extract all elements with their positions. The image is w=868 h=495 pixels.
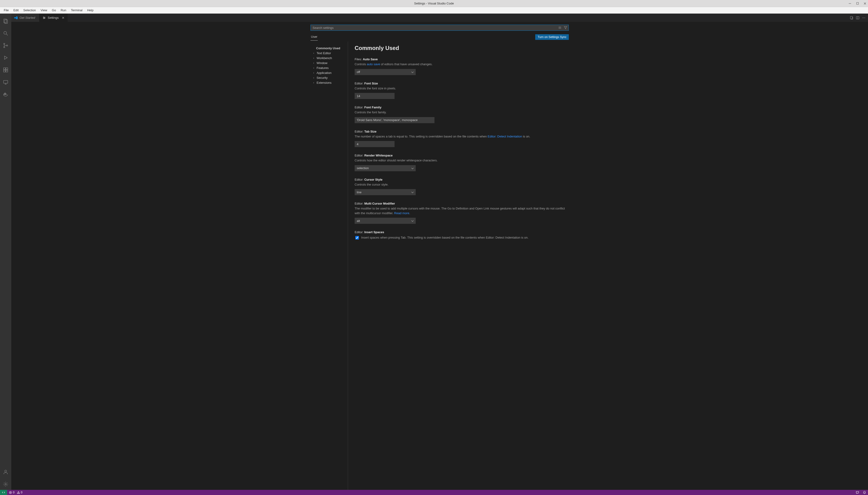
menu-selection[interactable]: Selection <box>21 8 38 13</box>
window-titlebar: Settings - Visual Studio Code <box>0 0 868 7</box>
remote-explorer-icon[interactable] <box>0 76 11 88</box>
input-font-size[interactable] <box>355 93 395 99</box>
menu-terminal[interactable]: Terminal <box>69 8 85 13</box>
svg-point-28 <box>44 17 44 17</box>
setting-editor-insert-spaces: Editor: Insert Spaces Insert spaces when… <box>355 228 567 244</box>
svg-rect-14 <box>3 70 5 72</box>
chevron-right-icon: › <box>313 62 316 64</box>
editor-tabs: Get Started Settings ✕ <box>11 14 868 22</box>
svg-point-35 <box>864 17 864 18</box>
toc-window[interactable]: ›Window <box>313 61 346 66</box>
feedback-icon[interactable] <box>854 491 861 494</box>
input-font-family[interactable] <box>355 117 435 123</box>
setting-editor-tab-size: Editor: Tab Size The number of spaces a … <box>355 127 567 152</box>
select-cursor-style[interactable]: line <box>355 189 416 195</box>
toc-features[interactable]: ›Features <box>313 66 346 70</box>
toc-text-editor[interactable]: ›Text Editor <box>313 51 346 56</box>
scope-tab-user[interactable]: User <box>310 34 318 40</box>
search-icon[interactable] <box>0 28 11 39</box>
svg-point-10 <box>6 45 8 46</box>
svg-rect-19 <box>4 94 4 95</box>
svg-rect-20 <box>5 94 5 95</box>
settings-file-icon <box>42 16 46 20</box>
menu-view[interactable]: View <box>38 8 50 13</box>
toc-commonly-used[interactable]: Commonly Used <box>313 46 346 51</box>
menu-go[interactable]: Go <box>50 8 58 13</box>
clear-search-icon[interactable] <box>558 26 562 30</box>
svg-rect-15 <box>6 70 8 72</box>
setting-editor-render-whitespace: Editor: Render Whitespace Controls how t… <box>355 151 567 175</box>
more-actions-icon[interactable] <box>862 16 866 20</box>
window-maximize-icon[interactable] <box>856 2 859 5</box>
window-close-icon[interactable] <box>863 2 867 5</box>
menu-run[interactable]: Run <box>58 8 69 13</box>
statusbar: 0 0 <box>0 490 868 495</box>
select-auto-save[interactable]: off <box>355 69 416 75</box>
toc-security[interactable]: ›Security <box>313 75 346 80</box>
activitybar <box>0 14 11 490</box>
close-tab-icon[interactable]: ✕ <box>62 16 65 19</box>
vscode-logo-icon <box>14 16 18 20</box>
chevron-right-icon: › <box>313 57 316 59</box>
setting-editor-cursor-style: Editor: Cursor Style Controls the cursor… <box>355 175 567 200</box>
menu-help[interactable]: Help <box>85 8 96 13</box>
toc-workbench[interactable]: ›Workbench <box>313 56 346 61</box>
input-tab-size[interactable] <box>355 141 395 147</box>
tab-settings[interactable]: Settings ✕ <box>39 14 68 22</box>
link-read-more[interactable]: Read more <box>394 211 409 215</box>
select-multi-cursor-modifier[interactable]: alt <box>355 218 416 224</box>
tab-get-started[interactable]: Get Started <box>11 14 39 22</box>
window-minimize-icon[interactable] <box>848 2 852 5</box>
chevron-right-icon: › <box>313 81 316 84</box>
chevron-right-icon: › <box>313 76 316 79</box>
setting-editor-multi-cursor-modifier: Editor: Multi Cursor Modifier The modifi… <box>355 200 567 228</box>
svg-rect-16 <box>3 81 8 83</box>
setting-files-auto-save: Files: Auto Save Controls auto save of e… <box>355 55 567 79</box>
warning-count: 0 <box>21 491 22 494</box>
svg-point-36 <box>865 17 865 18</box>
select-render-whitespace[interactable]: selection <box>355 165 416 171</box>
setting-editor-font-family: Editor: Font Family Controls the font fa… <box>355 103 567 127</box>
settings-gear-icon[interactable] <box>0 479 11 490</box>
svg-rect-1 <box>856 2 858 4</box>
problems-errors[interactable]: 0 0 <box>7 491 24 494</box>
svg-rect-21 <box>6 94 6 95</box>
filter-icon[interactable] <box>563 26 568 30</box>
svg-rect-22 <box>5 93 5 93</box>
svg-point-30 <box>44 18 44 19</box>
settings-section-heading: Commonly Used <box>355 45 567 51</box>
chevron-right-icon: › <box>313 52 316 54</box>
source-control-icon[interactable] <box>0 40 11 51</box>
svg-rect-31 <box>850 16 852 19</box>
link-detect-indentation[interactable]: Editor: Detect Indentation <box>486 236 520 239</box>
tab-label: Settings <box>48 16 59 19</box>
run-debug-icon[interactable] <box>0 52 11 63</box>
explorer-icon[interactable] <box>0 16 11 27</box>
tab-label: Get Started <box>19 16 35 19</box>
key-tab: Tab <box>400 236 406 239</box>
menu-edit[interactable]: Edit <box>11 8 21 13</box>
menubar: File Edit Selection View Go Run Terminal… <box>0 7 868 14</box>
open-settings-json-icon[interactable] <box>850 16 853 20</box>
toc-application[interactable]: ›Application <box>313 70 346 75</box>
remote-indicator[interactable] <box>0 490 7 495</box>
settings-sync-button[interactable]: Turn on Settings Sync <box>535 34 569 40</box>
settings-list[interactable]: Commonly Used Files: Auto Save Controls … <box>348 41 569 490</box>
link-detect-indentation[interactable]: Editor: Detect Indentation <box>488 135 522 138</box>
link-auto-save[interactable]: auto save <box>367 63 380 66</box>
svg-line-7 <box>6 34 8 35</box>
notifications-icon[interactable] <box>861 491 868 494</box>
svg-point-8 <box>4 44 5 45</box>
settings-toc: Commonly Used ›Text Editor ›Workbench ›W… <box>310 41 348 490</box>
svg-rect-12 <box>3 68 5 70</box>
docker-icon[interactable] <box>0 89 11 100</box>
toc-extensions[interactable]: ›Extensions <box>313 80 346 85</box>
svg-point-24 <box>5 483 6 485</box>
checkbox-insert-spaces[interactable] <box>355 236 359 240</box>
settings-search-input[interactable] <box>310 24 569 31</box>
menu-file[interactable]: File <box>1 8 11 13</box>
extensions-icon[interactable] <box>0 64 11 75</box>
accounts-icon[interactable] <box>0 466 11 478</box>
setting-editor-font-size: Editor: Font Size Controls the font size… <box>355 79 567 103</box>
split-editor-icon[interactable] <box>856 16 859 20</box>
